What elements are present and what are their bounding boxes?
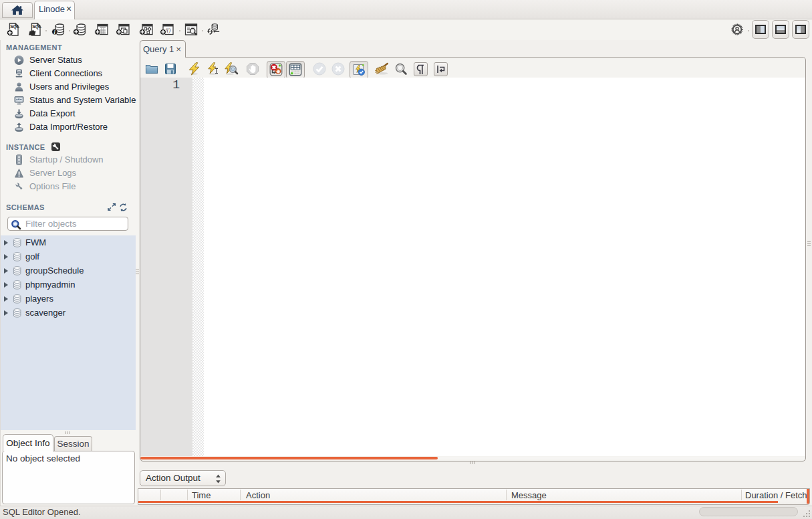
svg-text:SQL: SQL (10, 24, 19, 29)
svg-text:SQL: SQL (32, 24, 41, 29)
